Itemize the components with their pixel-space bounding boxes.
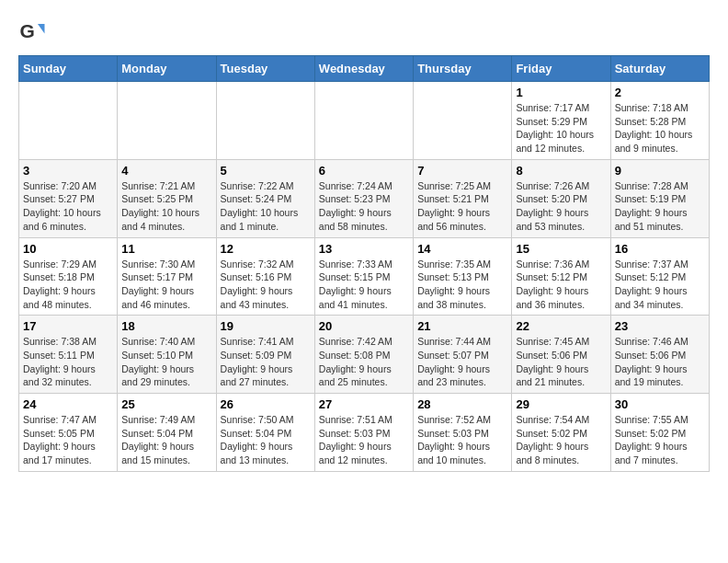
day-info: Sunrise: 7:33 AM Sunset: 5:15 PM Dayligh… [319, 258, 409, 312]
day-number: 12 [221, 242, 311, 256]
calendar-cell: 28Sunrise: 7:52 AM Sunset: 5:03 PM Dayli… [414, 394, 512, 472]
day-info: Sunrise: 7:44 AM Sunset: 5:07 PM Dayligh… [417, 335, 507, 389]
calendar-week-row: 10Sunrise: 7:29 AM Sunset: 5:18 PM Dayli… [19, 237, 710, 316]
day-number: 3 [23, 164, 113, 178]
day-info: Sunrise: 7:22 AM Sunset: 5:24 PM Dayligh… [221, 179, 311, 234]
calendar-cell: 5Sunrise: 7:22 AM Sunset: 5:24 PM Daylig… [216, 159, 314, 237]
calendar-cell: 12Sunrise: 7:32 AM Sunset: 5:16 PM Dayli… [216, 237, 314, 316]
weekday-header: Thursday [414, 56, 512, 82]
calendar-cell: 24Sunrise: 7:47 AM Sunset: 5:05 PM Dayli… [19, 394, 118, 472]
calendar-cell: 1Sunrise: 7:17 AM Sunset: 5:29 PM Daylig… [512, 82, 610, 160]
day-number: 19 [221, 319, 311, 333]
day-number: 6 [319, 164, 409, 178]
day-number: 22 [516, 319, 606, 333]
day-number: 10 [23, 242, 113, 256]
calendar-cell: 29Sunrise: 7:54 AM Sunset: 5:02 PM Dayli… [512, 394, 610, 472]
calendar-cell: 20Sunrise: 7:42 AM Sunset: 5:08 PM Dayli… [314, 316, 413, 394]
calendar-cell: 7Sunrise: 7:25 AM Sunset: 5:21 PM Daylig… [414, 159, 512, 237]
svg-marker-1 [38, 24, 45, 34]
day-number: 30 [615, 397, 705, 411]
svg-text:G: G [20, 20, 35, 41]
calendar-cell: 8Sunrise: 7:26 AM Sunset: 5:20 PM Daylig… [512, 159, 610, 237]
day-info: Sunrise: 7:41 AM Sunset: 5:09 PM Dayligh… [221, 335, 311, 389]
day-info: Sunrise: 7:47 AM Sunset: 5:05 PM Dayligh… [23, 413, 113, 467]
day-number: 1 [516, 86, 606, 99]
day-info: Sunrise: 7:28 AM Sunset: 5:19 PM Dayligh… [615, 179, 705, 234]
calendar-cell [19, 82, 118, 160]
calendar-week-row: 1Sunrise: 7:17 AM Sunset: 5:29 PM Daylig… [19, 82, 710, 160]
day-info: Sunrise: 7:36 AM Sunset: 5:12 PM Dayligh… [516, 258, 606, 312]
calendar-cell [314, 82, 413, 160]
day-info: Sunrise: 7:17 AM Sunset: 5:29 PM Dayligh… [516, 101, 606, 155]
calendar-cell: 14Sunrise: 7:35 AM Sunset: 5:13 PM Dayli… [414, 237, 512, 316]
day-info: Sunrise: 7:20 AM Sunset: 5:27 PM Dayligh… [23, 179, 113, 234]
day-info: Sunrise: 7:21 AM Sunset: 5:25 PM Dayligh… [121, 179, 211, 234]
day-number: 5 [221, 164, 311, 178]
calendar-cell: 4Sunrise: 7:21 AM Sunset: 5:25 PM Daylig… [118, 159, 216, 237]
day-info: Sunrise: 7:24 AM Sunset: 5:23 PM Dayligh… [319, 179, 409, 234]
calendar-cell: 27Sunrise: 7:51 AM Sunset: 5:03 PM Dayli… [314, 394, 413, 472]
calendar-cell [216, 82, 314, 160]
day-number: 4 [121, 164, 211, 178]
calendar-cell [414, 82, 512, 160]
calendar-cell [118, 82, 216, 160]
day-number: 29 [516, 397, 606, 411]
calendar-week-row: 17Sunrise: 7:38 AM Sunset: 5:11 PM Dayli… [19, 316, 710, 394]
day-number: 17 [23, 319, 113, 333]
calendar-cell: 9Sunrise: 7:28 AM Sunset: 5:19 PM Daylig… [610, 159, 709, 237]
logo: G [18, 18, 48, 46]
calendar-header-row: SundayMondayTuesdayWednesdayThursdayFrid… [19, 56, 710, 82]
day-number: 23 [615, 319, 705, 333]
day-number: 21 [417, 319, 507, 333]
weekday-header: Sunday [19, 56, 118, 82]
day-info: Sunrise: 7:29 AM Sunset: 5:18 PM Dayligh… [23, 258, 113, 312]
day-info: Sunrise: 7:25 AM Sunset: 5:21 PM Dayligh… [417, 179, 507, 234]
day-info: Sunrise: 7:18 AM Sunset: 5:28 PM Dayligh… [615, 101, 705, 155]
day-number: 26 [221, 397, 311, 411]
calendar-cell: 3Sunrise: 7:20 AM Sunset: 5:27 PM Daylig… [19, 159, 118, 237]
weekday-header: Saturday [610, 56, 709, 82]
day-number: 13 [319, 242, 409, 256]
calendar-cell: 11Sunrise: 7:30 AM Sunset: 5:17 PM Dayli… [118, 237, 216, 316]
calendar: SundayMondayTuesdayWednesdayThursdayFrid… [18, 55, 710, 472]
day-number: 27 [319, 397, 409, 411]
calendar-cell: 19Sunrise: 7:41 AM Sunset: 5:09 PM Dayli… [216, 316, 314, 394]
day-info: Sunrise: 7:54 AM Sunset: 5:02 PM Dayligh… [516, 413, 606, 467]
calendar-cell: 2Sunrise: 7:18 AM Sunset: 5:28 PM Daylig… [610, 82, 709, 160]
day-number: 11 [121, 242, 211, 256]
day-number: 8 [516, 164, 606, 178]
logo-icon: G [18, 18, 46, 46]
day-info: Sunrise: 7:50 AM Sunset: 5:04 PM Dayligh… [221, 413, 311, 467]
day-number: 14 [417, 242, 507, 256]
weekday-header: Monday [118, 56, 216, 82]
calendar-cell: 15Sunrise: 7:36 AM Sunset: 5:12 PM Dayli… [512, 237, 610, 316]
day-info: Sunrise: 7:37 AM Sunset: 5:12 PM Dayligh… [615, 258, 705, 312]
calendar-cell: 10Sunrise: 7:29 AM Sunset: 5:18 PM Dayli… [19, 237, 118, 316]
day-number: 16 [615, 242, 705, 256]
weekday-header: Wednesday [314, 56, 413, 82]
day-info: Sunrise: 7:49 AM Sunset: 5:04 PM Dayligh… [121, 413, 211, 467]
calendar-cell: 25Sunrise: 7:49 AM Sunset: 5:04 PM Dayli… [118, 394, 216, 472]
day-info: Sunrise: 7:35 AM Sunset: 5:13 PM Dayligh… [417, 258, 507, 312]
calendar-week-row: 24Sunrise: 7:47 AM Sunset: 5:05 PM Dayli… [19, 394, 710, 472]
calendar-cell: 26Sunrise: 7:50 AM Sunset: 5:04 PM Dayli… [216, 394, 314, 472]
day-info: Sunrise: 7:55 AM Sunset: 5:02 PM Dayligh… [615, 413, 705, 467]
day-number: 15 [516, 242, 606, 256]
day-number: 2 [615, 86, 705, 99]
calendar-cell: 30Sunrise: 7:55 AM Sunset: 5:02 PM Dayli… [610, 394, 709, 472]
calendar-cell: 13Sunrise: 7:33 AM Sunset: 5:15 PM Dayli… [314, 237, 413, 316]
calendar-cell: 17Sunrise: 7:38 AM Sunset: 5:11 PM Dayli… [19, 316, 118, 394]
day-info: Sunrise: 7:42 AM Sunset: 5:08 PM Dayligh… [319, 335, 409, 389]
calendar-cell: 16Sunrise: 7:37 AM Sunset: 5:12 PM Dayli… [610, 237, 709, 316]
day-info: Sunrise: 7:51 AM Sunset: 5:03 PM Dayligh… [319, 413, 409, 467]
day-number: 28 [417, 397, 507, 411]
weekday-header: Tuesday [216, 56, 314, 82]
day-info: Sunrise: 7:40 AM Sunset: 5:10 PM Dayligh… [121, 335, 211, 389]
calendar-cell: 22Sunrise: 7:45 AM Sunset: 5:06 PM Dayli… [512, 316, 610, 394]
page-header: G [18, 18, 710, 46]
day-number: 18 [121, 319, 211, 333]
day-info: Sunrise: 7:30 AM Sunset: 5:17 PM Dayligh… [121, 258, 211, 312]
calendar-cell: 18Sunrise: 7:40 AM Sunset: 5:10 PM Dayli… [118, 316, 216, 394]
day-info: Sunrise: 7:32 AM Sunset: 5:16 PM Dayligh… [221, 258, 311, 312]
day-info: Sunrise: 7:45 AM Sunset: 5:06 PM Dayligh… [516, 335, 606, 389]
